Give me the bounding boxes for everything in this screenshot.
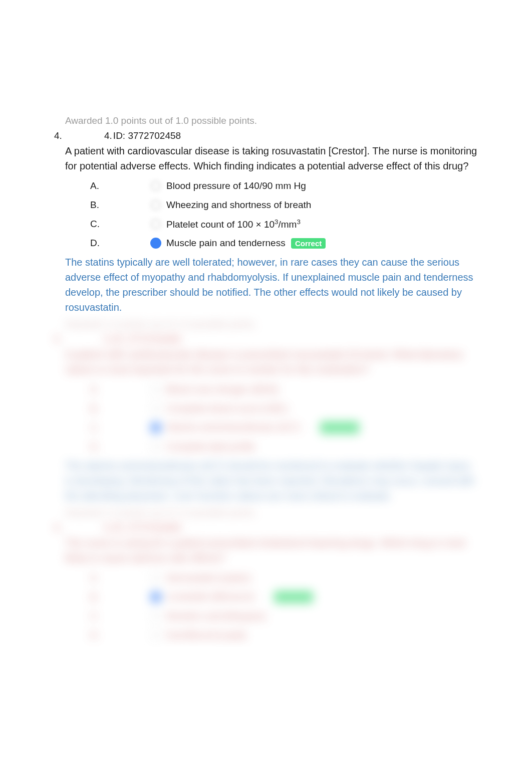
answer-text: Lovastatin [Mevacor] xyxy=(166,591,478,603)
points-awarded-q5: Awarded 1.0 points out of 1.0 possible p… xyxy=(65,507,478,518)
blurred-content-q5: Awarded 1.0 points out of 1.0 possible p… xyxy=(54,319,478,503)
radio-wrap xyxy=(145,611,166,621)
answer-letter: B. xyxy=(90,403,145,414)
answer-text: Wheezing and shortness of breath xyxy=(166,200,478,211)
radio-unselected-icon xyxy=(151,611,161,621)
quiz-content: Awarded 1.0 points out of 1.0 possible p… xyxy=(0,115,532,643)
blurred-content-q6: Awarded 1.0 points out of 1.0 possible p… xyxy=(54,507,478,643)
radio-wrap xyxy=(145,592,166,603)
radio-unselected-icon xyxy=(151,442,161,452)
radio-selected-icon xyxy=(150,422,161,433)
question-number-inner: 6. xyxy=(104,522,112,533)
question-header: 6. 6. ID: 3772702460 xyxy=(54,522,478,533)
answer-letter: B. xyxy=(90,592,145,603)
radio-unselected-icon xyxy=(151,573,161,583)
correct-badge xyxy=(320,422,359,434)
answer-option-a[interactable]: A. Blood urea nitrogen (BUN) xyxy=(90,382,478,397)
answer-text: Complete lipid profile xyxy=(166,441,478,452)
answer-letter: C. xyxy=(90,611,145,622)
radio-wrap xyxy=(145,219,166,229)
answer-option-d[interactable]: D. Gemfibrozil [Lopid] xyxy=(90,628,478,643)
answer-letter: B. xyxy=(90,200,145,211)
answer-letter: C. xyxy=(90,219,145,230)
correct-badge: Correct xyxy=(291,238,326,249)
question-header: 4. 4. ID: 3772702458 xyxy=(54,130,478,141)
answer-option-b[interactable]: B. Lovastatin [Mevacor] xyxy=(90,590,478,605)
question-number-outer: 5. xyxy=(54,334,104,345)
radio-wrap xyxy=(145,422,166,433)
answer-letter: A. xyxy=(90,572,145,583)
answer-option-a[interactable]: A. Atorvastatin [Lipitor] xyxy=(90,570,478,586)
radio-unselected-icon xyxy=(151,181,161,191)
points-awarded-q4: Awarded 1.0 points out of 1.0 possible p… xyxy=(65,319,478,330)
answer-letter: A. xyxy=(90,180,145,191)
answer-option-a[interactable]: A. Blood pressure of 140/90 mm Hg xyxy=(90,178,478,193)
question-header: 5. 5. ID: 3772702455 xyxy=(54,334,478,345)
radio-wrap xyxy=(145,181,166,191)
answer-explanation: The statins typically are well tolerated… xyxy=(65,255,478,315)
question-id: ID: 3772702460 xyxy=(113,522,181,533)
answer-text: Gemfibrozil [Lopid] xyxy=(166,630,478,641)
answer-text: Blood pressure of 140/90 mm Hg xyxy=(166,180,478,191)
radio-wrap xyxy=(145,573,166,583)
answer-text: Complete blood count (CBC) xyxy=(166,403,478,414)
radio-wrap xyxy=(145,630,166,640)
answer-explanation: The alanine aminotransferase (ALT) shoul… xyxy=(65,458,478,503)
radio-wrap xyxy=(145,384,166,395)
answer-list: A. Blood pressure of 140/90 mm Hg B. Whe… xyxy=(90,178,478,251)
points-awarded-q3: Awarded 1.0 points out of 1.0 possible p… xyxy=(65,115,478,126)
answer-text: Atorvastatin [Lipitor] xyxy=(166,572,478,583)
answer-option-b[interactable]: B. Wheezing and shortness of breath xyxy=(90,198,478,213)
answer-text: Alanine aminotransferase (ALT) xyxy=(166,422,478,434)
answer-letter: A. xyxy=(90,384,145,395)
correct-badge xyxy=(274,591,313,603)
answer-option-b[interactable]: B. Complete blood count (CBC) xyxy=(90,401,478,416)
question-6: 6. 6. ID: 3772702460 The nurse is caring… xyxy=(54,522,478,643)
answer-text: Nicotinic acid [Niaspan] xyxy=(166,611,478,622)
question-number-outer: 4. xyxy=(54,130,104,141)
question-number-outer: 6. xyxy=(54,522,104,533)
answer-letter: D. xyxy=(90,630,145,641)
radio-wrap xyxy=(145,442,166,452)
question-stem: A patient with cardiovascular disease is… xyxy=(65,143,478,173)
question-id: ID: 3772702455 xyxy=(113,334,181,345)
answer-option-c[interactable]: C. Platelet count of 100 × 103/mm3 xyxy=(90,217,478,232)
radio-wrap xyxy=(145,404,166,414)
question-5: 5. 5. ID: 3772702455 A patient with card… xyxy=(54,334,478,503)
answer-text: Muscle pain and tenderness Correct xyxy=(166,238,478,249)
question-id: ID: 3772702458 xyxy=(113,130,181,141)
answer-option-c[interactable]: C. Nicotinic acid [Niaspan] xyxy=(90,609,478,624)
radio-unselected-icon xyxy=(151,630,161,640)
question-stem: A patient with cardiovascular disease is… xyxy=(65,347,478,377)
radio-unselected-icon xyxy=(151,219,161,229)
answer-option-c[interactable]: C. Alanine aminotransferase (ALT) xyxy=(90,420,478,435)
answer-text: Platelet count of 100 × 103/mm3 xyxy=(166,218,478,230)
question-stem: The nurse is caring for a patient prescr… xyxy=(65,535,478,565)
answer-text: Blood urea nitrogen (BUN) xyxy=(166,384,478,395)
radio-unselected-icon xyxy=(151,200,161,210)
answer-option-d[interactable]: D. Muscle pain and tenderness Correct xyxy=(90,236,478,251)
radio-selected-icon xyxy=(150,238,161,249)
radio-unselected-icon xyxy=(151,404,161,414)
question-4: 4. 4. ID: 3772702458 A patient with card… xyxy=(54,130,478,315)
radio-selected-icon xyxy=(150,592,161,603)
answer-letter: D. xyxy=(90,238,145,249)
radio-wrap xyxy=(145,200,166,210)
question-number-inner: 4. xyxy=(104,130,112,141)
answer-list: A. Blood urea nitrogen (BUN) B. Complete… xyxy=(90,382,478,454)
answer-letter: C. xyxy=(90,422,145,433)
radio-wrap xyxy=(145,238,166,249)
answer-letter: D. xyxy=(90,441,145,452)
radio-unselected-icon xyxy=(151,384,161,395)
answer-list: A. Atorvastatin [Lipitor] B. Lovastatin … xyxy=(90,570,478,643)
answer-option-d[interactable]: D. Complete lipid profile xyxy=(90,439,478,454)
question-number-inner: 5. xyxy=(104,334,112,345)
